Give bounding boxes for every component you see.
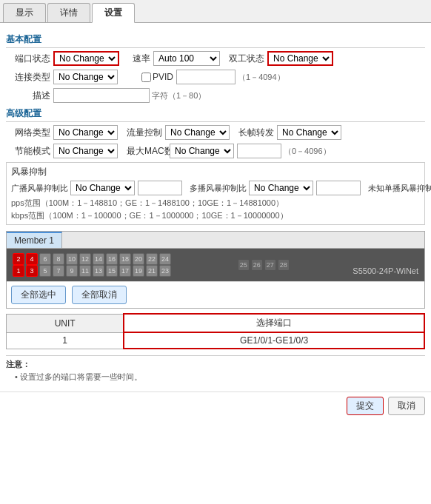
long-frame-label: 长帧转发 [238,127,274,139]
port-24[interactable]: 24 [159,253,171,265]
port-20[interactable]: 20 [133,253,144,265]
broadcast-storm-label: 广播风暴抑制比 [11,183,68,193]
max-mac-input[interactable] [237,144,281,158]
switch-ports-area: 2 4 6 8 10 12 14 16 18 20 22 24 1 3 5 [13,253,171,277]
storm-title: 风暴抑制 [11,166,420,178]
switch-model-label: S5500-24P-WiNet [353,266,418,277]
sfp-28[interactable]: 28 [278,259,290,271]
port-11[interactable]: 11 [79,265,91,277]
port-23[interactable]: 23 [159,265,171,277]
energy-mode-label: 节能模式 [6,145,50,158]
broadcast-storm-select[interactable]: No Change [70,181,135,195]
desc-label: 描述 [6,90,50,102]
select-all-button[interactable]: 全部选中 [11,286,66,304]
table-row: 1GE1/0/1-GE1/0/3 [7,332,425,349]
deselect-all-button[interactable]: 全部取消 [72,286,127,304]
speed-label: 速率 [128,53,150,65]
port-21[interactable]: 21 [146,265,158,277]
flow-ctrl-select[interactable]: No Change [165,125,230,140]
port-status-label: 端口状态 [6,53,50,65]
port-22[interactable]: 22 [146,253,158,265]
unknown-storm-group: 未知单播风暴 抑制比 No Change [368,181,431,195]
energy-mode-group: 节能模式 No Change [6,144,118,158]
unknown-storm-label-1: 未知单播风暴 [368,183,417,193]
port-8[interactable]: 8 [53,253,64,265]
advanced-row-1: 网络类型 No Change 流量控制 No Change 长帧转发 No Ch… [6,125,425,140]
footer: 提交 取消 [0,392,431,420]
port-10[interactable]: 10 [66,253,78,265]
tab-detail[interactable]: 详情 [47,3,90,22]
basic-row-2: 连接类型 No Change PVID （1－4094） [6,70,425,84]
net-type-label: 网络类型 [6,127,50,139]
broadcast-storm-input[interactable] [138,181,182,195]
max-mac-select[interactable]: No Change [170,144,234,158]
port-15[interactable]: 15 [106,265,118,277]
pvid-group: PVID （1－4094） [141,70,285,84]
pvid-input[interactable] [176,70,235,84]
duplex-select[interactable]: No Change [267,51,333,66]
notes-section: 注意： 设置过多的端口将需要一些时间。 [6,355,425,383]
port-18[interactable]: 18 [119,253,131,265]
port-17[interactable]: 17 [119,265,131,277]
port-cell: GE1/0/1-GE1/0/3 [124,332,424,349]
multicast-storm-select[interactable]: No Change [249,181,313,195]
member-area: Member 1 2 4 6 8 10 12 14 16 18 20 22 24 [6,231,425,309]
notes-item-1: 设置过多的端口将需要一些时间。 [6,372,425,383]
port-12[interactable]: 12 [79,253,91,265]
port-13[interactable]: 13 [93,265,104,277]
pvid-label: PVID [153,72,173,82]
flow-ctrl-group: 流量控制 No Change [127,125,230,140]
switch-visual: 2 4 6 8 10 12 14 16 18 20 22 24 1 3 5 [7,249,424,281]
desc-hint: 字符（1－80） [152,90,206,101]
net-type-select[interactable]: No Change [53,125,118,140]
sfp-27[interactable]: 27 [264,259,276,271]
storm-row-1: 广播风暴抑制比 No Change 多播风暴抑制比 No Change 未知单播… [11,181,420,195]
port-7[interactable]: 7 [53,265,64,277]
speed-select[interactable]: Auto 100 [153,51,220,66]
port-6[interactable]: 6 [39,253,51,265]
unknown-storm-label-2: 抑制比 [417,183,431,193]
conn-type-select[interactable]: No Change [53,70,118,84]
pvid-checkbox[interactable] [141,73,151,82]
storm-section: 风暴抑制 广播风暴抑制比 No Change 多播风暴抑制比 No Change… [6,162,425,225]
cancel-button[interactable]: 取消 [388,397,425,415]
sfp-25[interactable]: 25 [238,259,250,271]
long-frame-select[interactable]: No Change [277,125,341,140]
port-3[interactable]: 3 [26,265,38,277]
select-buttons-row: 全部选中 全部取消 [7,281,424,308]
max-mac-label: 最大MAC数 [127,145,167,158]
conn-type-label: 连接类型 [6,71,50,84]
desc-group: 描述 字符（1－80） [6,88,206,103]
tab-settings[interactable]: 设置 [92,3,135,23]
port-19[interactable]: 19 [133,265,144,277]
submit-button[interactable]: 提交 [347,397,384,415]
sfp-26[interactable]: 26 [251,259,263,271]
port-2[interactable]: 2 [13,253,24,265]
port-5[interactable]: 5 [39,265,51,277]
notes-title: 注意： [6,359,425,370]
port-status-select[interactable]: No Change [53,51,119,66]
tab-bar: 显示 详情 设置 [0,0,431,23]
member-tab-1[interactable]: Member 1 [7,232,62,248]
tab-display[interactable]: 显示 [3,3,46,22]
advanced-config-title: 高级配置 [6,107,425,122]
port-9[interactable]: 9 [66,265,78,277]
unit-table: UNIT 选择端口 1GE1/0/1-GE1/0/3 [6,313,425,349]
port-16[interactable]: 16 [106,253,118,265]
port-1[interactable]: 1 [13,265,24,277]
flow-ctrl-label: 流量控制 [127,127,162,139]
advanced-row-2: 节能模式 No Change 最大MAC数 No Change （0－4096） [6,144,425,158]
basic-row-1: 端口状态 No Change 速率 Auto 100 双工状态 No Chang… [6,51,425,66]
port-14[interactable]: 14 [93,253,104,265]
port-4[interactable]: 4 [26,253,38,265]
energy-mode-select[interactable]: No Change [53,144,118,158]
unit-col-header: UNIT [7,314,124,332]
basic-config-title: 基本配置 [6,33,425,48]
desc-input[interactable] [53,88,150,103]
speed-group: 速率 Auto 100 [128,51,220,66]
multicast-storm-input[interactable] [316,181,361,195]
top-port-row: 2 4 6 8 10 12 14 16 18 20 22 24 [13,253,171,265]
broadcast-storm-group: 广播风暴抑制比 No Change [11,181,182,195]
member-tabs: Member 1 [7,232,424,249]
multicast-storm-group: 多播风暴抑制比 No Change [190,181,361,195]
